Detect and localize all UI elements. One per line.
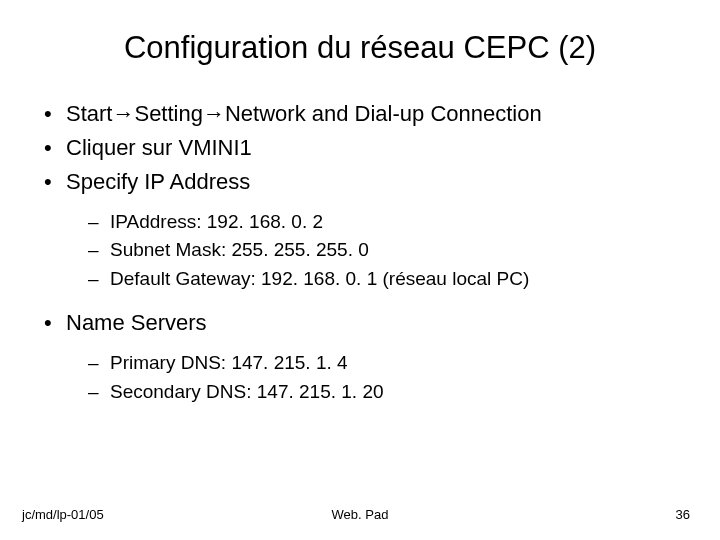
bullet-text: Name Servers [66,310,207,335]
sub-bullet-item: Secondary DNS: 147. 215. 1. 20 [84,378,690,407]
footer-left: jc/md/lp-01/05 [22,507,104,522]
sub-bullet-item: Default Gateway: 192. 168. 0. 1 (réseau … [84,265,690,294]
sub-bullet-list: Primary DNS: 147. 215. 1. 4 Secondary DN… [66,349,690,406]
bullet-item: Start→Setting→Network and Dial-up Connec… [38,98,690,130]
footer-right: 36 [676,507,690,522]
footer-center: Web. Pad [332,507,389,522]
bullet-text: Specify IP Address [66,169,250,194]
bullet-item: Cliquer sur VMINI1 [38,132,690,164]
sub-bullet-list: IPAddress: 192. 168. 0. 2 Subnet Mask: 2… [66,208,690,294]
slide-title: Configuration du réseau CEPC (2) [30,30,690,66]
sub-bullet-item: IPAddress: 192. 168. 0. 2 [84,208,690,237]
slide-footer: jc/md/lp-01/05 Web. Pad 36 [0,507,720,522]
slide-body: Start→Setting→Network and Dial-up Connec… [30,98,690,406]
sub-bullet-item: Primary DNS: 147. 215. 1. 4 [84,349,690,378]
bullet-list: Start→Setting→Network and Dial-up Connec… [38,98,690,406]
bullet-item: Specify IP Address IPAddress: 192. 168. … [38,166,690,293]
sub-bullet-item: Subnet Mask: 255. 255. 255. 0 [84,236,690,265]
bullet-item: Name Servers Primary DNS: 147. 215. 1. 4… [38,307,690,406]
